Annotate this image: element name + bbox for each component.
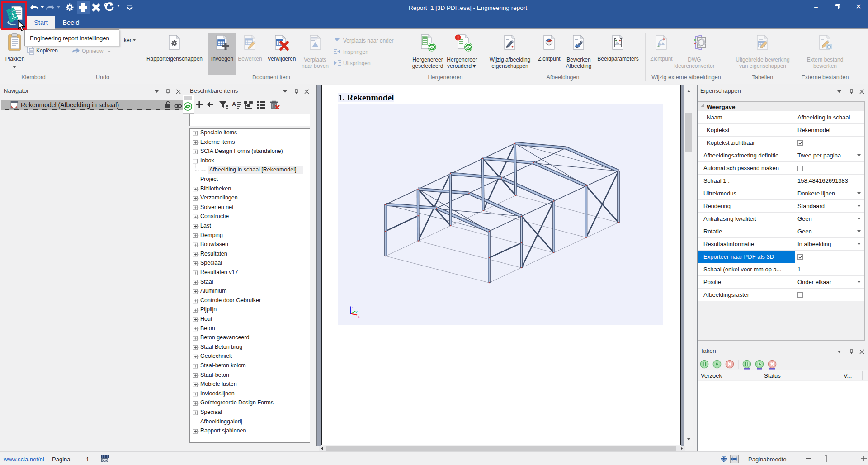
svg-text:Y: Y	[355, 311, 358, 314]
svg-text:x: x	[358, 315, 360, 318]
svg-text:z: z	[352, 306, 353, 309]
svg-text:A: A	[232, 101, 236, 108]
